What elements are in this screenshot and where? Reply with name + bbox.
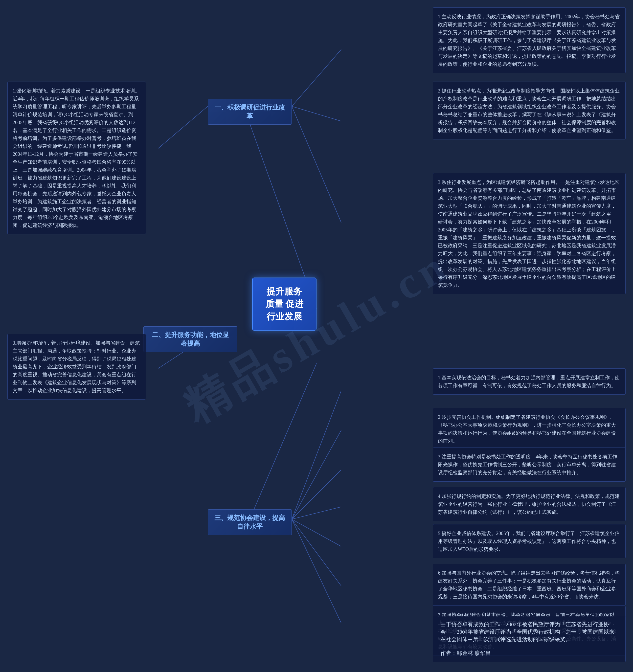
center-button[interactable]: 提升服务质量 促进行业发展	[252, 278, 316, 331]
right-box-mid-5: 5.搞好企业诚信体系建设。2005年，我们与省建设厅联合举行了「江苏省建筑企业信…	[433, 524, 626, 558]
mid-label-2: 二、提升服务功能，地位显著提高	[143, 326, 237, 352]
author-box: 由于协会卓有成效的工作，2002年被省民政厅评为「江苏省先进行业协会」，2004…	[433, 616, 626, 662]
right-box-mid-6: 6.加强与国内外行业协会的交流。除了组织走出去学习进修经验，考营信礼结构，构建友…	[433, 564, 626, 606]
right-box-top-2: 2.抓住行业改革热点，为推进企业改革制度指导方向性。围绕超以上集体体建筑企业的产…	[433, 81, 626, 140]
svg-line-12	[292, 519, 341, 546]
right-box-mid-3: 3.注重提高协会特别是秘书处工作的透明度。4年来，协会坚持互行秘书处各项工作阳光…	[433, 448, 626, 482]
svg-line-14	[292, 519, 341, 623]
left-box-2: 3.增强协调功能，着力行业环境建设。加强与省建设、建筑主管部门汇报、沟通，争取政…	[7, 334, 146, 400]
mid-label-3: 三、规范协会建设，提高自律水平	[208, 509, 292, 535]
svg-line-5	[292, 106, 341, 222]
left-box-1: 1.强化培训功能。着力素质建设。一是组织专业技术培训。近4年，我们每年组织一期工…	[7, 81, 146, 234]
svg-line-3	[292, 49, 341, 106]
mid-label-1: 一、积极调研促进行业改革	[208, 99, 292, 125]
svg-line-2	[250, 363, 316, 519]
right-box-mid-2: 2.逐步完善协会工作机制。组织制定了省建筑行业协会《会长办公会议事规则》、《秘书…	[433, 408, 626, 450]
svg-line-11	[292, 507, 341, 519]
svg-line-9	[292, 430, 341, 519]
center-button-text: 提升服务质量 促进行业发展	[265, 287, 303, 321]
right-box-mid-4: 4.加强行规行约的制定和实施。为了更好地执行规范行业法律、法规和政策，规范建筑业…	[433, 487, 626, 521]
page-container: 精品shulu.cn 提升服务质量 促进行业发展 一、积极调研促进行业改革	[0, 0, 633, 672]
right-box-top-3: 3.系住行业发展重点，为区域建筑经济腾飞搭起助作用。一是注重对建筑业发达地区的研…	[433, 173, 626, 294]
svg-line-6	[158, 106, 208, 148]
svg-line-13	[292, 519, 341, 586]
svg-line-4	[292, 106, 341, 121]
svg-line-10	[292, 470, 341, 519]
right-box-mid-1: 1.基本实现依法治会的目标，秘书处着力加强内部管理，重点开展建章立制工作，使各项…	[433, 368, 626, 394]
svg-line-8	[292, 391, 341, 519]
right-box-top-1: 1.主动反映行业情况，为政府正确决策发挥参谋助手作用。2002年，协会秘书处与省…	[433, 7, 626, 73]
